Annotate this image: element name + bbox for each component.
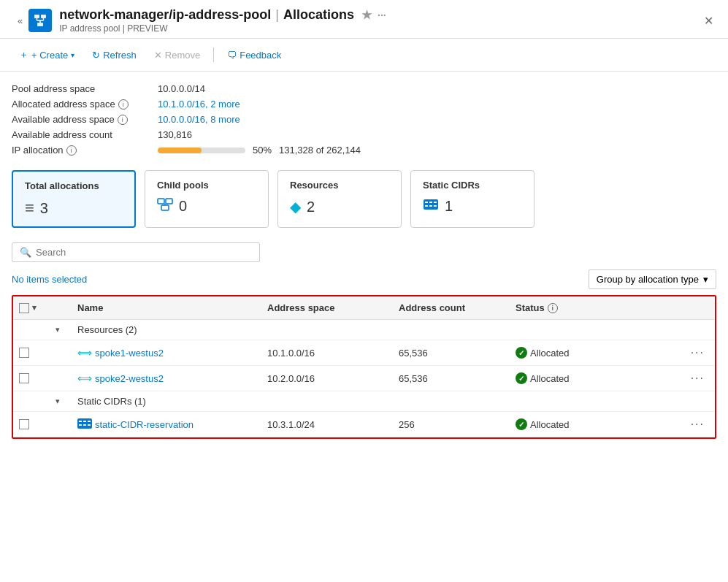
th-address-space[interactable]: Address space (261, 302, 393, 313)
svg-rect-1 (41, 15, 46, 18)
row-checkbox-cell (13, 373, 50, 383)
group-chevron-icon[interactable]: ▾ (55, 397, 60, 406)
svg-rect-17 (434, 205, 437, 207)
allocated-info-icon[interactable]: i (118, 99, 129, 110)
refresh-button[interactable]: ↻ Refresh (85, 46, 144, 64)
more-options-icon[interactable]: ··· (378, 9, 386, 21)
main-content: Pool address space 10.0.0.0/14 Allocated… (0, 72, 728, 451)
progress-bar-background (158, 148, 245, 153)
feedback-label: Feedback (240, 50, 281, 61)
allocated-address-space-label: Allocated address space i (12, 99, 158, 110)
row-status-cell: Allocated ··· (510, 345, 715, 361)
status-dot-icon (516, 347, 527, 359)
close-button[interactable]: ✕ (701, 11, 716, 31)
pool-address-space-value: 10.0.0.0/14 (158, 83, 716, 94)
search-bar[interactable]: 🔍 (12, 242, 260, 262)
header-chevron-icon[interactable]: ▾ (32, 303, 37, 313)
table-row: ⟺ spoke1-westus2 10.1.0.0/16 65,536 Allo… (13, 340, 715, 366)
stat-card-child-pools[interactable]: Child pools 0 (145, 170, 269, 228)
row-checkbox[interactable] (19, 419, 29, 429)
row-more-button[interactable]: ··· (686, 370, 709, 386)
group-by-button[interactable]: Group by allocation type ▾ (589, 269, 716, 289)
table-header: ▾ Name Address space Address count Statu… (13, 296, 715, 320)
row-address-count-cell: 65,536 (393, 348, 510, 359)
resource-type-icon: ⟺ (77, 347, 92, 359)
row-name-link[interactable]: spoke2-westus2 (95, 373, 164, 384)
row-name-cell: ⟺ spoke1-westus2 (72, 347, 261, 359)
row-checkbox-cell (13, 348, 50, 358)
create-chevron-icon: ▾ (71, 51, 74, 59)
group-chevron-cell: ▾ (50, 397, 72, 406)
header-checkbox[interactable] (19, 303, 29, 313)
remove-icon: ✕ (154, 50, 162, 61)
group-row-static-cidrs: ▾ Static CIDRs (1) (13, 391, 715, 412)
svg-rect-8 (166, 199, 172, 204)
window-controls: ✕ (701, 11, 716, 31)
svg-rect-2 (37, 23, 43, 26)
page-title: network-manager/ip-address-pool | Alloca… (59, 7, 386, 23)
app-icon (28, 9, 52, 32)
status-info-icon[interactable]: i (548, 303, 558, 313)
search-input[interactable] (36, 247, 252, 258)
row-status-cell: Allocated ··· (510, 416, 715, 432)
status-badge: Allocated (516, 372, 569, 384)
row-checkbox[interactable] (19, 373, 29, 383)
row-more-button[interactable]: ··· (686, 416, 709, 432)
search-icon: 🔍 (20, 247, 31, 258)
svg-rect-24 (88, 424, 91, 426)
row-more-button[interactable]: ··· (686, 345, 709, 361)
stat-card-resources[interactable]: Resources ◆ 2 (277, 170, 402, 228)
stat-count: 0 (179, 198, 187, 215)
remove-button[interactable]: ✕ Remove (147, 46, 207, 64)
page-subtitle: IP address pool | PREVIEW (59, 23, 386, 34)
available-address-space-value: 10.0.0.0/16, 8 more (158, 114, 716, 125)
group-chevron-icon[interactable]: ▾ (55, 325, 60, 334)
svg-rect-22 (79, 424, 82, 426)
collapse-button[interactable]: « (12, 12, 28, 29)
svg-rect-0 (34, 15, 39, 18)
favorite-icon[interactable]: ★ (361, 8, 372, 22)
create-label: + Create (31, 50, 68, 61)
refresh-label: Refresh (103, 50, 137, 61)
ip-allocation-info-icon[interactable]: i (66, 145, 77, 156)
svg-rect-21 (88, 421, 91, 422)
available-address-link[interactable]: 10.0.0.0/16, 8 more (158, 114, 240, 125)
th-status[interactable]: Status i (510, 302, 715, 313)
th-name[interactable]: Name (72, 302, 261, 313)
stat-card-body: ≡ 3 (25, 199, 123, 218)
svg-rect-15 (425, 205, 428, 207)
row-address-space-cell: 10.3.1.0/24 (261, 419, 393, 430)
title-pipe: | (275, 7, 279, 23)
th-address-count[interactable]: Address count (393, 302, 510, 313)
svg-rect-13 (429, 202, 432, 203)
row-address-count-cell: 256 (393, 419, 510, 430)
list-icon: ≡ (25, 199, 34, 218)
row-status-cell: Allocated ··· (510, 370, 715, 386)
stat-card-body: 0 (157, 198, 256, 215)
svg-rect-11 (424, 199, 438, 210)
stat-cards: Total allocations ≡ 3 Child pools 0 (12, 170, 716, 228)
stat-card-static-cidrs[interactable]: Static CIDRs 1 (410, 170, 534, 228)
available-address-space-label: Available address space i (12, 114, 158, 125)
svg-rect-9 (161, 205, 169, 210)
stat-count: 1 (445, 198, 453, 215)
available-address-count-value: 130,816 (158, 129, 716, 140)
resource-name: network-manager/ip-address-pool (59, 7, 271, 23)
row-name-link[interactable]: static-CIDR-reservation (95, 419, 194, 430)
row-name-link[interactable]: spoke1-westus2 (95, 348, 164, 359)
svg-rect-19 (79, 421, 82, 422)
stat-card-title: Total allocations (25, 180, 123, 191)
allocated-address-space-value: 10.1.0.0/16, 2 more (158, 99, 716, 110)
progress-row: 50% 131,328 of 262,144 (158, 145, 716, 156)
available-space-info-icon[interactable]: i (118, 115, 128, 125)
stat-card-total-allocations[interactable]: Total allocations ≡ 3 (12, 170, 136, 228)
row-address-space-cell: 10.2.0.0/16 (261, 373, 393, 384)
allocated-address-link[interactable]: 10.1.0.0/16, 2 more (158, 99, 240, 110)
feedback-button[interactable]: 🗨 Feedback (220, 46, 288, 64)
create-button[interactable]: ＋ + Create ▾ (12, 45, 82, 65)
table-row: static-CIDR-reservation 10.3.1.0/24 256 … (13, 412, 715, 437)
row-checkbox[interactable] (19, 348, 29, 358)
pool-address-space-label: Pool address space (12, 83, 158, 94)
group-name: Static CIDRs (1) (72, 396, 715, 407)
resources-icon: ◆ (290, 198, 301, 215)
